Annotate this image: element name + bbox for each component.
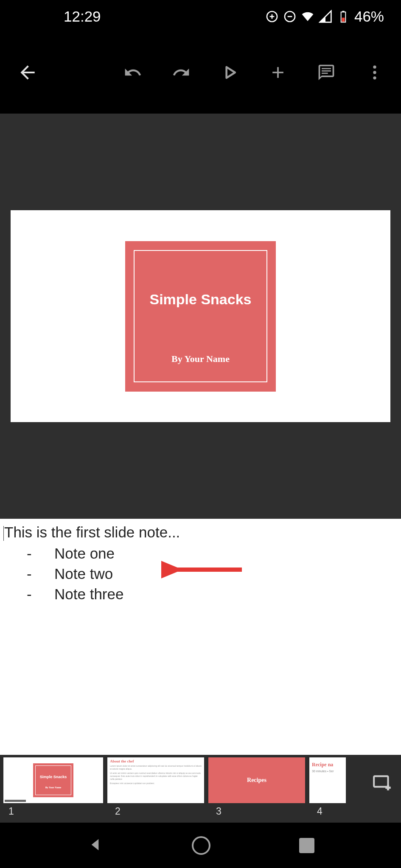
slide-title: Simple Snacks bbox=[149, 291, 251, 308]
svg-rect-10 bbox=[374, 776, 388, 787]
current-slide[interactable]: Simple Snacks By Your Name bbox=[11, 210, 390, 422]
battery-icon bbox=[337, 10, 350, 23]
slide-canvas[interactable]: Simple Snacks By Your Name bbox=[0, 114, 401, 519]
status-indicators: 46% bbox=[265, 8, 384, 25]
back-arrow-icon bbox=[17, 62, 38, 83]
redo-icon bbox=[172, 63, 191, 82]
notes-indicator-icon bbox=[5, 800, 26, 802]
more-vert-icon bbox=[365, 63, 384, 82]
new-slide-button[interactable] bbox=[269, 63, 287, 83]
redo-button[interactable] bbox=[172, 63, 191, 83]
thumbnail-3[interactable]: Recipes bbox=[208, 757, 305, 803]
nav-home-button[interactable] bbox=[192, 836, 210, 855]
plus-icon bbox=[269, 63, 287, 82]
battery-percent: 46% bbox=[354, 8, 384, 25]
thumb-number: 1 bbox=[0, 806, 14, 817]
title-inner-border: Simple Snacks By Your Name bbox=[134, 250, 267, 382]
nav-recent-button[interactable] bbox=[299, 838, 314, 853]
thumb-slot-1[interactable]: Simple Snacks By Your Name 1 bbox=[0, 757, 103, 817]
slide-thumbnails[interactable]: Simple Snacks By Your Name 1 About the c… bbox=[0, 755, 401, 823]
more-menu-button[interactable] bbox=[365, 63, 384, 83]
svg-rect-3 bbox=[342, 18, 345, 22]
wifi-icon bbox=[301, 10, 314, 23]
thumb-slot-4[interactable]: Recipe na 30 minutes • Ser 4 bbox=[309, 757, 346, 817]
thumb-slot-3[interactable]: Recipes 3 bbox=[208, 757, 305, 817]
nav-back-icon bbox=[87, 836, 104, 853]
undo-icon bbox=[123, 63, 142, 82]
data-saver-on-icon bbox=[265, 10, 279, 23]
thumbnail-2[interactable]: About the chef Lorem ipsum dolor sit ame… bbox=[107, 757, 204, 803]
undo-button[interactable] bbox=[123, 63, 142, 83]
thumb-number: 3 bbox=[208, 806, 222, 817]
play-icon bbox=[220, 63, 239, 82]
app-toolbar bbox=[0, 33, 401, 114]
notes-header-line[interactable]: This is the first slide note... bbox=[3, 524, 398, 541]
thumb-number: 4 bbox=[309, 806, 322, 817]
add-slide-icon bbox=[372, 772, 393, 793]
title-box: Simple Snacks By Your Name bbox=[125, 241, 276, 392]
comment-icon bbox=[317, 63, 336, 82]
note-item[interactable]: Note three bbox=[20, 586, 398, 603]
thumb-slot-2[interactable]: About the chef Lorem ipsum dolor sit ame… bbox=[107, 757, 204, 817]
status-time: 12:29 bbox=[17, 8, 101, 25]
svg-point-5 bbox=[373, 66, 376, 69]
annotation-arrow-icon bbox=[161, 555, 246, 584]
thumbnail-1[interactable]: Simple Snacks By Your Name bbox=[3, 757, 103, 803]
svg-point-7 bbox=[373, 76, 376, 79]
signal-icon bbox=[319, 10, 332, 23]
do-not-disturb-icon bbox=[283, 10, 297, 23]
speaker-notes-panel[interactable]: This is the first slide note... Note one… bbox=[0, 519, 401, 755]
back-button[interactable] bbox=[17, 62, 38, 85]
status-bar: 12:29 46% bbox=[0, 0, 401, 33]
nav-back-button[interactable] bbox=[87, 836, 104, 855]
svg-rect-4 bbox=[342, 11, 344, 12]
thumb-number: 2 bbox=[107, 806, 121, 817]
add-slide-button[interactable] bbox=[372, 772, 393, 795]
svg-point-6 bbox=[373, 71, 376, 74]
present-button[interactable] bbox=[220, 63, 239, 83]
thumbnail-4[interactable]: Recipe na 30 minutes • Ser bbox=[309, 757, 346, 803]
slide-author: By Your Name bbox=[171, 353, 230, 364]
system-nav-bar bbox=[0, 823, 401, 868]
comments-button[interactable] bbox=[317, 63, 336, 83]
